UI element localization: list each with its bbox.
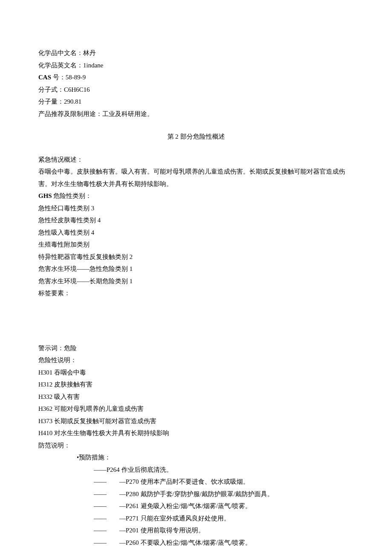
prevention-item: —— —P260 不要吸入粉尘/烟/气体/烟雾/蒸气/喷雾。: [38, 537, 354, 549]
hazard-item: H312 皮肤接触有害: [38, 378, 354, 391]
hazard-item: H373 长期或反复接触可能对器官造成伤害: [38, 415, 354, 427]
mw-label: 分子量：: [38, 98, 64, 105]
ghs-category: 特异性靶器官毒性反复接触类别 2: [38, 251, 354, 263]
cas-label-cn: 号：: [51, 74, 66, 81]
ghs-category: 危害水生环境——急性危险类别 1: [38, 263, 354, 275]
hazard-label: 危险性说明：: [38, 354, 354, 366]
prevention-item: —— —P280 戴防护手套/穿防护服/戴防护眼罩/戴防护面具。: [38, 488, 354, 500]
mw-row: 分子量：290.81: [38, 96, 354, 108]
ghs-label-bold: GHS: [38, 192, 52, 199]
formula-label: 分子式：: [38, 86, 64, 93]
usage-row: 产品推荐及限制用途：工业及科研用途。: [38, 108, 354, 120]
chinese-name-value: 林丹: [83, 49, 96, 56]
prevention-item: —— —P201 使用前取得专用说明。: [38, 524, 354, 537]
hazard-item: H410 对水生生物毒性极大并具有长期持续影响: [38, 427, 354, 439]
emergency-text: 吞咽会中毒。皮肤接触有害。吸入有害。可能对母乳喂养的儿童造成伤害。长期或反复接触…: [38, 166, 354, 190]
chinese-name-label: 化学品中文名：: [38, 49, 83, 56]
section-2-title: 第 2 部分危险性概述: [38, 131, 354, 143]
hazard-item: H301 吞咽会中毒: [38, 366, 354, 379]
prevention-item: —— —P271 只能在室外或通风良好处使用。: [38, 512, 354, 525]
formula-row: 分子式：C6H6C16: [38, 84, 354, 96]
prevention-item: ——P264 作业后彻底清洗。: [38, 464, 354, 476]
cas-row: CAS 号：58-89-9: [38, 71, 354, 84]
emergency-label: 紧急情况概述：: [38, 154, 354, 166]
ghs-category: 危害水生环境——长期危险类别 1: [38, 275, 354, 288]
pictogram-placeholder: [38, 299, 354, 342]
ghs-category: 急性吸入毒性类别 4: [38, 227, 354, 239]
ghs-category: 急性经口毒性类别 3: [38, 202, 354, 215]
cas-label: CAS: [38, 74, 51, 81]
label-elements: 标签要素：: [38, 287, 354, 299]
cas-value: 58-89-9: [66, 74, 86, 81]
signal-word: 警示词：危险: [38, 342, 354, 355]
english-name-value: 1indane: [83, 62, 103, 69]
english-name-row: 化学品英文名：1indane: [38, 59, 354, 72]
prevention-header: •预防措施：: [38, 451, 354, 464]
usage-label: 产品推荐及限制用途：: [38, 110, 102, 117]
ghs-label-row: GHS 危险性类别：: [38, 190, 354, 202]
hazard-item: H362 可能对母乳喂养的儿童造成伤害: [38, 403, 354, 415]
precautionary-label: 防范说明：: [38, 439, 354, 452]
prevention-item: —— —P270 使用本产品时不要进食、饮水或吸烟。: [38, 476, 354, 488]
formula-value: C6H6C16: [64, 86, 90, 93]
english-name-label: 化学品英文名：: [38, 62, 83, 69]
chinese-name-row: 化学品中文名：林丹: [38, 47, 354, 59]
mw-value: 290.81: [64, 98, 81, 105]
usage-value: 工业及科研用途。: [102, 110, 153, 117]
ghs-category: 生殖毒性附加类别: [38, 238, 354, 251]
ghs-label-cn: 危险性类别：: [52, 192, 92, 199]
hazard-item: H332 吸入有害: [38, 391, 354, 403]
prevention-item: —— —P261 避免吸入粉尘/烟/气体/烟雾/蒸气/喷雾。: [38, 500, 354, 512]
ghs-category: 急性经皮肤毒性类别 4: [38, 214, 354, 227]
